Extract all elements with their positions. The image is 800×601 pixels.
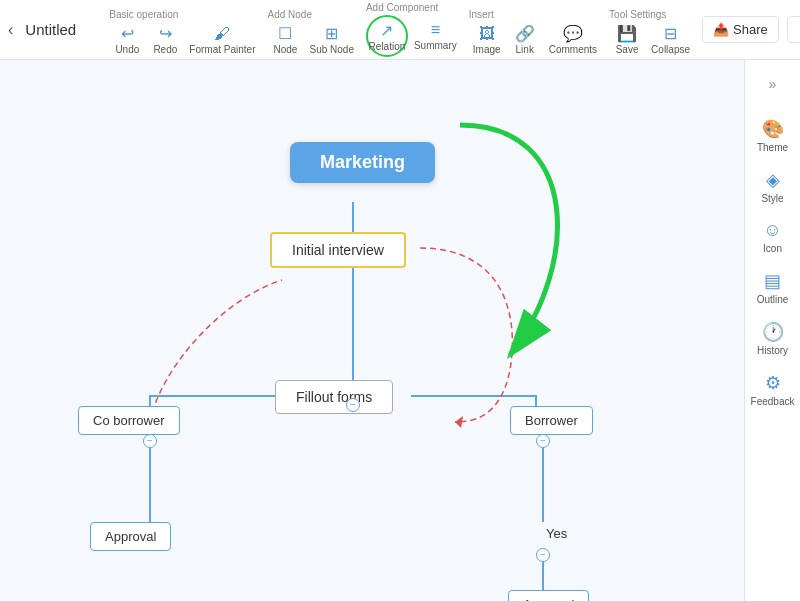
summary-button[interactable]: ≡ Summary bbox=[410, 19, 461, 53]
image-icon: 🖼 bbox=[479, 25, 495, 43]
link-icon: 🔗 bbox=[515, 24, 535, 43]
feedback-label: Feedback bbox=[751, 396, 795, 407]
right-sidebar: » 🎨 Theme ◈ Style ☺ Icon ▤ Outline 🕐 His… bbox=[744, 60, 800, 601]
basic-items: ↩ Undo ↪ Redo 🖌 Format Painter bbox=[109, 22, 259, 57]
sub-node-button[interactable]: ⊞ Sub Node bbox=[305, 22, 357, 57]
marketing-node[interactable]: Marketing bbox=[290, 142, 435, 183]
sidebar-item-outline[interactable]: ▤ Outline bbox=[749, 264, 797, 311]
history-icon: 🕐 bbox=[762, 321, 784, 343]
undo-icon: ↩ bbox=[121, 24, 134, 43]
toolbar-group-insert: Insert 🖼 Image 🔗 Link 💬 Comments bbox=[469, 9, 601, 57]
sidebar-item-feedback[interactable]: ⚙ Feedback bbox=[749, 366, 797, 413]
tool-settings-items: 💾 Save ⊟ Collapse bbox=[609, 22, 694, 57]
collapse-button[interactable]: ⊟ Collapse bbox=[647, 22, 694, 57]
approval-right-node[interactable]: Approval bbox=[508, 590, 589, 601]
collapse-icon: ⊟ bbox=[664, 24, 677, 43]
format-painter-button[interactable]: 🖌 Format Painter bbox=[185, 23, 259, 57]
sidebar-item-style[interactable]: ◈ Style bbox=[749, 163, 797, 210]
format-painter-label: Format Painter bbox=[189, 44, 255, 55]
save-button[interactable]: 💾 Save bbox=[609, 22, 645, 57]
group-label-insert: Insert bbox=[469, 9, 494, 20]
toolbar-group-add-component: Add Component ↗ Relation ≡ Summary bbox=[366, 2, 461, 57]
toolbar-right: 📤 Share ⬆ Export bbox=[702, 16, 800, 43]
summary-icon: ≡ bbox=[431, 21, 440, 39]
redo-icon: ↪ bbox=[159, 24, 172, 43]
theme-label: Theme bbox=[757, 142, 788, 153]
style-icon: ◈ bbox=[766, 169, 780, 191]
undo-button[interactable]: ↩ Undo bbox=[109, 22, 145, 57]
image-button[interactable]: 🖼 Image bbox=[469, 23, 505, 57]
group-label-add-node: Add Node bbox=[267, 9, 311, 20]
sidebar-item-icon[interactable]: ☺ Icon bbox=[749, 214, 797, 260]
toolbar-group-add-node: Add Node ☐ Node ⊞ Sub Node bbox=[267, 9, 357, 57]
share-button[interactable]: 📤 Share bbox=[702, 16, 779, 43]
link-button[interactable]: 🔗 Link bbox=[507, 22, 543, 57]
undo-label: Undo bbox=[115, 44, 139, 55]
history-label: History bbox=[757, 345, 788, 356]
relation-button[interactable]: ↗ Relation bbox=[366, 15, 408, 57]
add-component-items: ↗ Relation ≡ Summary bbox=[366, 15, 461, 57]
save-label: Save bbox=[616, 44, 639, 55]
node-button[interactable]: ☐ Node bbox=[267, 22, 303, 57]
svg-marker-7 bbox=[455, 416, 463, 428]
comments-label: Comments bbox=[549, 44, 597, 55]
main-area: Marketing Initial interview Fillout form… bbox=[0, 60, 800, 601]
outline-label: Outline bbox=[757, 294, 789, 305]
format-painter-icon: 🖌 bbox=[214, 25, 230, 43]
sub-node-icon: ⊞ bbox=[325, 24, 338, 43]
redo-label: Redo bbox=[153, 44, 177, 55]
approval-left-node[interactable]: Approval bbox=[90, 522, 171, 551]
borrower-node[interactable]: Borrower bbox=[510, 406, 593, 435]
style-label: Style bbox=[761, 193, 783, 204]
save-icon: 💾 bbox=[617, 24, 637, 43]
toolbar-groups: Basic operation ↩ Undo ↪ Redo 🖌 Format P… bbox=[109, 2, 702, 57]
group-label-tool-settings: Tool Settings bbox=[609, 9, 666, 20]
export-button[interactable]: ⬆ Export bbox=[787, 16, 800, 43]
borrower-collapse[interactable]: − bbox=[536, 434, 550, 448]
group-label-add-component: Add Component bbox=[366, 2, 438, 13]
sidebar-collapse-button[interactable]: » bbox=[757, 68, 789, 100]
comments-button[interactable]: 💬 Comments bbox=[545, 22, 601, 57]
relation-icon: ↗ bbox=[380, 21, 393, 40]
sidebar-item-theme[interactable]: 🎨 Theme bbox=[749, 112, 797, 159]
image-label: Image bbox=[473, 44, 501, 55]
canvas[interactable]: Marketing Initial interview Fillout form… bbox=[0, 60, 744, 601]
toolbar-group-basic: Basic operation ↩ Undo ↪ Redo 🖌 Format P… bbox=[109, 9, 259, 57]
sidebar-item-history[interactable]: 🕐 History bbox=[749, 315, 797, 362]
icon-icon: ☺ bbox=[763, 220, 781, 241]
fillout-forms-node[interactable]: Fillout forms bbox=[275, 380, 393, 414]
yes-node[interactable]: Yes bbox=[536, 522, 577, 545]
node-label: Node bbox=[274, 44, 298, 55]
link-label: Link bbox=[516, 44, 534, 55]
collapse-label: Collapse bbox=[651, 44, 690, 55]
theme-icon: 🎨 bbox=[762, 118, 784, 140]
back-button[interactable]: ‹ bbox=[8, 21, 13, 39]
node-icon: ☐ bbox=[278, 24, 292, 43]
share-icon: 📤 bbox=[713, 22, 729, 37]
co-borrower-node[interactable]: Co borrower bbox=[78, 406, 180, 435]
toolbar-group-tool-settings: Tool Settings 💾 Save ⊟ Collapse bbox=[609, 9, 694, 57]
feedback-icon: ⚙ bbox=[765, 372, 781, 394]
outline-icon: ▤ bbox=[764, 270, 781, 292]
summary-label: Summary bbox=[414, 40, 457, 51]
share-label: Share bbox=[733, 22, 768, 37]
app-title: Untitled bbox=[25, 21, 85, 38]
comments-icon: 💬 bbox=[563, 24, 583, 43]
yes-collapse[interactable]: − bbox=[536, 548, 550, 562]
fillout-forms-collapse[interactable]: − bbox=[346, 398, 360, 412]
sub-node-label: Sub Node bbox=[309, 44, 353, 55]
relation-label: Relation bbox=[369, 41, 406, 52]
add-node-items: ☐ Node ⊞ Sub Node bbox=[267, 22, 357, 57]
toolbar: ‹ Untitled Basic operation ↩ Undo ↪ Redo… bbox=[0, 0, 800, 60]
redo-button[interactable]: ↪ Redo bbox=[147, 22, 183, 57]
insert-items: 🖼 Image 🔗 Link 💬 Comments bbox=[469, 22, 601, 57]
icon-label: Icon bbox=[763, 243, 782, 254]
chevron-right-icon: » bbox=[769, 76, 777, 92]
initial-interview-node[interactable]: Initial interview bbox=[270, 232, 406, 268]
co-borrower-collapse[interactable]: − bbox=[143, 434, 157, 448]
group-label-basic: Basic operation bbox=[109, 9, 178, 20]
